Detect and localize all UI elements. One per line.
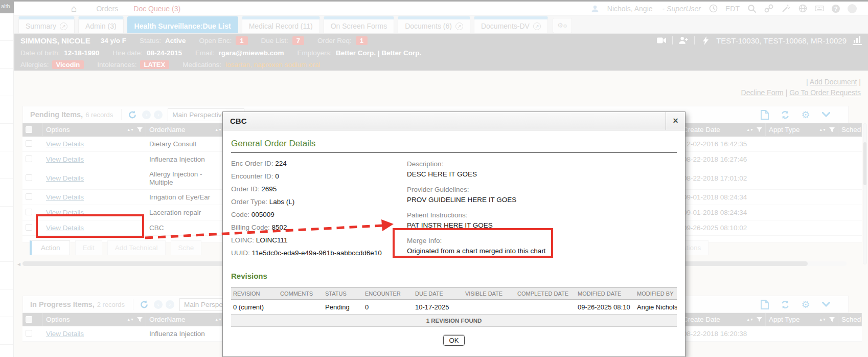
encounter-id: 0 xyxy=(275,172,279,180)
highlight-box-merge-info xyxy=(393,228,553,258)
close-icon[interactable]: × xyxy=(666,112,685,130)
ok-button[interactable]: OK xyxy=(443,335,465,346)
modal-title-bar: CBC × xyxy=(223,112,685,130)
revisions-footer: 1 REVISION FOUND xyxy=(231,315,677,327)
modal-title: CBC xyxy=(223,117,666,125)
highlight-box-cbc-row xyxy=(36,214,144,238)
provider-guidelines-value: PROV GUIDELINE HERE IT GOES xyxy=(407,195,677,205)
annotation-arrow xyxy=(143,217,398,248)
revisions-heading: Revisions xyxy=(231,269,677,284)
app-screen: alth ⌂ Orders Doc Queue (3) Nichols, Ang… xyxy=(0,0,868,357)
revisions-header: REVISION COMMENTS STATUS ENCOUNTER DUE D… xyxy=(231,287,677,300)
order-type: Labs (L) xyxy=(269,198,295,206)
enc-order-id: 224 xyxy=(275,160,287,167)
description-value: DESC HERE IT GOES xyxy=(407,169,677,180)
revision-row: 0 (current) Pending 0 10-17-2025 09-26-2… xyxy=(231,300,677,315)
order-id: 2695 xyxy=(261,185,277,193)
revisions-table: REVISION COMMENTS STATUS ENCOUNTER DUE D… xyxy=(231,287,677,327)
general-order-details-heading: General Order Details xyxy=(231,136,677,153)
uuid: 11e5dc0c-eda9-e49a-961b-aabbccdd6e10 xyxy=(252,249,382,257)
